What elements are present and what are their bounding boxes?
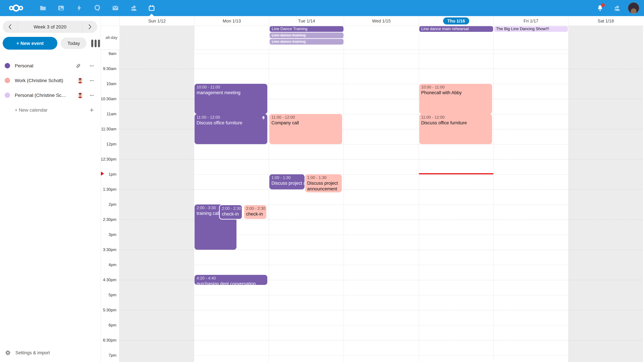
- calendar-actions-menu-icon[interactable]: [86, 61, 96, 71]
- all-day-event[interactable]: Line dance training: [270, 39, 344, 44]
- all-day-gutter: all-day: [100, 25, 120, 50]
- week-view-columns-icon[interactable]: [92, 39, 100, 47]
- all-day-event[interactable]: Line dance main rehearsal: [419, 26, 493, 32]
- event[interactable]: 4:20 - 4:40purchasing dept conversation: [194, 275, 267, 285]
- day-header[interactable]: Tue 1/14: [269, 16, 344, 25]
- active-app-marker: [149, 14, 154, 16]
- all-day-cell[interactable]: [568, 25, 643, 50]
- all-day-cell[interactable]: [194, 25, 269, 50]
- share-link-icon[interactable]: [73, 61, 83, 71]
- calendar-list-item[interactable]: Personal: [0, 58, 100, 73]
- today-button[interactable]: Today: [61, 37, 87, 49]
- envelope-icon[interactable]: [110, 3, 121, 13]
- all-day-cell[interactable]: Line Dance TrainingLine dance trainingLi…: [269, 25, 344, 50]
- previous-week-button[interactable]: [3, 21, 18, 33]
- time-axis: 9am9:30am10am10:30am11am11:30am12pm12:30…: [100, 50, 119, 362]
- day-column[interactable]: [119, 50, 194, 362]
- day-header[interactable]: Thu 1/16: [418, 16, 494, 25]
- new-calendar-button[interactable]: + New calendar: [0, 103, 100, 117]
- event[interactable]: 11:00 - 12:00Discuss office furniture: [419, 114, 492, 144]
- calendar-color-dot: [5, 92, 10, 98]
- talk-bubble-icon[interactable]: [92, 3, 103, 13]
- settings-and-import[interactable]: Settings & import: [0, 346, 50, 359]
- all-day-row: all-day Line Dance TrainingLine dance tr…: [100, 25, 643, 50]
- day-header-label: Mon 1/13: [223, 18, 241, 23]
- event[interactable]: 11:00 - 12:00Company call: [270, 114, 342, 144]
- event[interactable]: 1:00 - 1:30Discuss project announcement: [305, 174, 342, 192]
- event[interactable]: 11:00 - 12:00Discuss office furniture: [194, 114, 267, 144]
- lightning-icon[interactable]: [74, 3, 84, 13]
- event[interactable]: 10:00 - 11:00management meeting: [194, 84, 267, 114]
- week-label[interactable]: Week 3 of 2020: [18, 21, 82, 33]
- calendar-color-dot: [5, 78, 10, 83]
- event-title: Discuss office furniture: [421, 120, 490, 126]
- photos-icon[interactable]: [56, 3, 66, 13]
- day-column[interactable]: 10:00 - 11:00management meeting11:00 - 1…: [194, 50, 269, 362]
- sidebar: Week 3 of 2020 + New event Today Persona…: [0, 16, 100, 362]
- sidebar-actions: + New event Today: [3, 37, 97, 50]
- event-time: 4:20 - 4:40: [196, 276, 266, 281]
- calendar-week-view: Sun 1/12Mon 1/13Tue 1/14Wed 1/15Thu 1/16…: [100, 16, 644, 362]
- day-header[interactable]: Sat 1/18: [568, 16, 643, 25]
- all-day-event[interactable]: Line dance training: [270, 32, 344, 38]
- day-column[interactable]: 10:00 - 11:00Phonecall with Abby11:00 - …: [418, 50, 493, 362]
- all-day-cell[interactable]: [120, 25, 194, 50]
- day-column[interactable]: [568, 50, 643, 362]
- shared-by-avatar: [77, 92, 83, 98]
- gridlines: [120, 50, 194, 362]
- new-calendar-label: + New calendar: [15, 107, 48, 113]
- day-header-label: Sun 1/12: [148, 18, 166, 23]
- day-column[interactable]: 11:00 - 12:00Company call1:00 - 1:30Disc…: [269, 50, 344, 362]
- contacts-icon[interactable]: [128, 3, 139, 13]
- time-axis-label: 3:30pm: [102, 247, 118, 252]
- day-header[interactable]: Fri 1/17: [494, 16, 568, 25]
- calendar-list-item[interactable]: Work (Christine Schott): [0, 73, 100, 88]
- all-day-event[interactable]: Line Dance Training: [270, 26, 344, 32]
- event[interactable]: 1:00 - 1:30Discuss project announcement: [270, 174, 304, 189]
- event-time: 2:00 - 2:30: [222, 206, 240, 211]
- shared-by-avatar: [77, 77, 83, 83]
- event-title: Discuss project announcement: [307, 180, 340, 192]
- contacts-menu-icon[interactable]: [611, 2, 622, 14]
- day-header[interactable]: Wed 1/15: [344, 16, 418, 25]
- event[interactable]: 2:00 - 2:30check-in: [219, 204, 242, 220]
- next-week-button[interactable]: [82, 21, 97, 33]
- day-header[interactable]: Mon 1/13: [194, 16, 269, 25]
- event-title: check-in: [246, 211, 265, 217]
- plus-icon[interactable]: [86, 105, 96, 115]
- calendar-actions-menu-icon[interactable]: [86, 90, 96, 100]
- user-avatar[interactable]: [628, 2, 639, 14]
- app-navigation-icons: [38, 3, 157, 13]
- event[interactable]: 10:00 - 11:00Phonecall with Abby: [419, 84, 492, 114]
- calendar-color-dot: [5, 63, 10, 68]
- notifications-bell-icon[interactable]: [594, 2, 606, 14]
- calendar-actions-menu-icon[interactable]: [86, 75, 96, 85]
- time-axis-label: 1:30pm: [102, 187, 118, 192]
- current-time-marker-icon: [101, 172, 104, 176]
- new-event-button[interactable]: + New event: [3, 37, 57, 50]
- nextcloud-logo-icon[interactable]: [9, 4, 24, 12]
- header-right-actions: [594, 2, 644, 14]
- calendar-list-item[interactable]: Personal (Christine Schott): [0, 88, 100, 103]
- gridlines: [269, 50, 344, 362]
- event[interactable]: 2:00 - 2:30check-in: [243, 204, 267, 220]
- all-day-cell[interactable]: The Big Line Dancing Show!!!: [494, 25, 568, 50]
- time-axis-label: 5pm: [108, 292, 118, 298]
- folder-icon[interactable]: [38, 3, 48, 13]
- calendar-name: Work (Christine Schott): [15, 78, 63, 83]
- settings-label: Settings & import: [16, 350, 50, 355]
- all-day-cell[interactable]: Line dance main rehearsal: [418, 25, 494, 50]
- all-day-cell[interactable]: [344, 25, 418, 50]
- day-column[interactable]: [344, 50, 418, 362]
- time-axis-label: 7pm: [108, 353, 118, 358]
- day-column[interactable]: [493, 50, 568, 362]
- calendar-icon[interactable]: [146, 3, 157, 13]
- nextcloud-calendar-app: Week 3 of 2020 + New event Today Persona…: [0, 0, 644, 362]
- time-axis-label: 11:30am: [100, 126, 118, 132]
- time-axis-label: 2:30pm: [102, 217, 118, 222]
- day-header[interactable]: Sun 1/12: [120, 16, 194, 25]
- day-header-label: Fri 1/17: [524, 18, 538, 23]
- all-day-event[interactable]: The Big Line Dancing Show!!!: [494, 26, 568, 32]
- event-title: management meeting: [196, 90, 266, 95]
- time-axis-label: 9am: [108, 51, 118, 56]
